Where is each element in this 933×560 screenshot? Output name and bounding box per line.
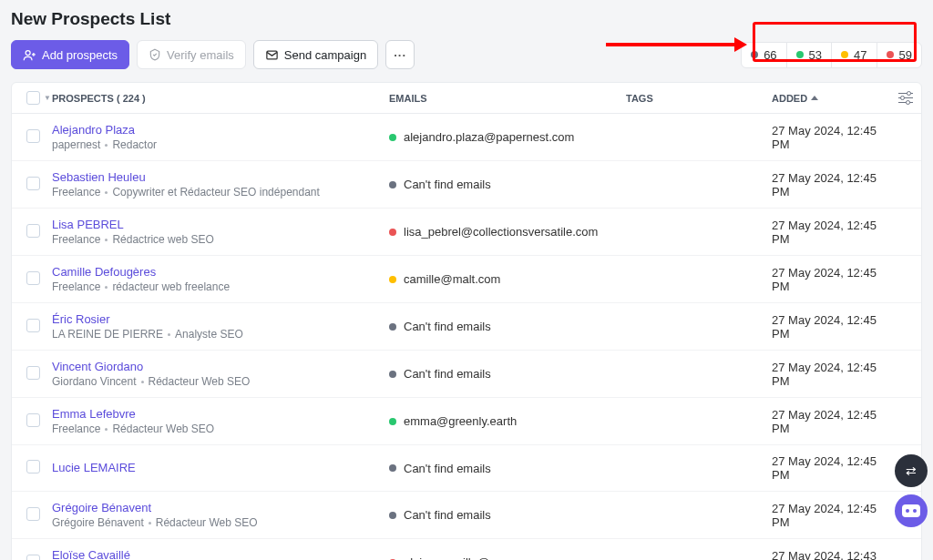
dot-green-icon (796, 51, 804, 58)
prospect-subtitle: FreelanceRédactrice web SEO (52, 233, 389, 246)
translate-icon: ⇄ (906, 463, 917, 478)
prospect-name-link[interactable]: Emma Lefebvre (52, 407, 389, 421)
table-row: Lucie LEMAIRECan't find emails27 May 202… (12, 445, 921, 492)
email-text: eloise.cavaille@neovapo.com (404, 555, 560, 560)
table-row: Lisa PEBRELFreelanceRédactrice web SEOli… (12, 209, 921, 256)
status-count-amber: 47 (854, 48, 866, 62)
translate-fab[interactable]: ⇄ (895, 454, 928, 487)
chevron-down-icon[interactable]: ▼ (44, 94, 51, 102)
th-prospects-label: PROSPECTS (52, 93, 114, 104)
table-row: Vincent GiordanoGiordano VincentRédacteu… (12, 351, 921, 398)
status-dot-icon (389, 229, 396, 236)
dot-red-icon (887, 51, 894, 58)
table-row: Eloïse CavailléNEOVAPORédacteur de conte… (12, 539, 921, 560)
status-pill-green[interactable]: 53 (786, 43, 831, 67)
row-checkbox[interactable] (26, 177, 40, 190)
status-count-green: 53 (809, 48, 822, 62)
prospect-name-link[interactable]: Sebastien Heuleu (52, 170, 389, 184)
status-pill-amber[interactable]: 47 (831, 43, 876, 67)
row-checkbox[interactable] (26, 555, 40, 561)
status-pill-grey[interactable]: 66 (742, 43, 785, 67)
th-prospects-count: ( 224 ) (117, 93, 146, 104)
prospect-name-link[interactable]: Eloïse Cavaillé (52, 548, 389, 560)
prospect-name-link[interactable]: Vincent Giordano (52, 360, 389, 373)
email-text: lisa_pebrel@collectionsversatile.com (404, 225, 598, 239)
prospect-name-link[interactable]: Grégoire Bénavent (52, 501, 389, 514)
th-added[interactable]: ADDED (772, 93, 890, 104)
added-cell: 27 May 2024, 12:45 PM (772, 124, 890, 151)
row-checkbox[interactable] (26, 366, 40, 380)
email-cell: Can't find emails (389, 178, 626, 191)
sort-asc-icon (811, 96, 818, 100)
row-checkbox[interactable] (26, 319, 40, 332)
email-text: Can't find emails (404, 462, 491, 475)
email-text: camille@malt.com (404, 272, 500, 286)
prospect-name-link[interactable]: Lisa PEBREL (52, 218, 389, 231)
more-actions-button[interactable]: ··· (385, 40, 415, 69)
table-row: Emma LefebvreFreelanceRédacteur Web SEOe… (12, 398, 921, 445)
prospect-name-link[interactable]: Éric Rosier (52, 312, 389, 326)
row-checkbox[interactable] (26, 271, 40, 285)
th-added-label: ADDED (772, 93, 807, 104)
row-checkbox[interactable] (26, 507, 40, 521)
status-dot-icon (389, 181, 396, 188)
prospect-subtitle: Grégoire BénaventRédacteur Web SEO (52, 516, 389, 529)
th-prospects[interactable]: PROSPECTS ( 224 ) (52, 93, 389, 104)
select-all-checkbox[interactable] (26, 91, 40, 105)
status-dot-icon (389, 371, 396, 378)
verify-emails-button[interactable]: Verify emails (137, 40, 246, 69)
add-prospects-label: Add prospects (42, 48, 118, 62)
bot-icon (902, 504, 920, 517)
status-dot-icon (389, 464, 396, 472)
prospect-name-link[interactable]: Camille Defougères (52, 265, 389, 279)
email-text: Can't find emails (404, 367, 491, 381)
dot-amber-icon (841, 51, 848, 58)
prospect-name-link[interactable]: Alejandro Plaza (52, 123, 389, 137)
email-text: Can't find emails (404, 508, 491, 522)
verify-icon (149, 48, 161, 61)
prospect-subtitle: FreelanceCopywriter et Rédacteur SEO ind… (52, 186, 389, 199)
th-tags[interactable]: TAGS (626, 93, 772, 104)
page-title: New Prospects List (11, 9, 922, 29)
status-dot-icon (389, 276, 396, 283)
added-cell: 27 May 2024, 12:45 PM (772, 171, 890, 199)
row-checkbox[interactable] (26, 224, 40, 238)
prospect-subtitle: papernestRedactor (52, 138, 389, 151)
row-checkbox[interactable] (26, 413, 40, 427)
added-cell: 27 May 2024, 12:45 PM (772, 502, 890, 529)
added-cell: 27 May 2024, 12:45 PM (772, 361, 890, 388)
email-cell: Can't find emails (389, 508, 626, 522)
status-pill-red[interactable]: 59 (877, 43, 921, 67)
svg-point-0 (26, 50, 30, 55)
prospect-name-link[interactable]: Lucie LEMAIRE (52, 461, 389, 474)
status-dot-icon (389, 512, 396, 519)
added-cell: 27 May 2024, 12:45 PM (772, 454, 890, 482)
email-cell: alejandro.plaza@papernest.com (389, 130, 626, 144)
email-text: emma@greenly.earth (404, 414, 517, 428)
table-row: Alejandro PlazapapernestRedactoralejandr… (12, 114, 921, 161)
prospect-subtitle: Giordano VincentRédacteur Web SEO (52, 375, 389, 388)
email-cell: lisa_pebrel@collectionsversatile.com (389, 225, 626, 239)
status-dot-icon (389, 134, 396, 141)
add-prospects-button[interactable]: Add prospects (11, 40, 129, 69)
sliders-icon[interactable] (898, 92, 913, 105)
th-emails[interactable]: EMAILS (389, 93, 626, 104)
status-dot-icon (389, 418, 396, 425)
table-row: Grégoire BénaventGrégoire BénaventRédact… (12, 492, 921, 539)
status-count-grey: 66 (764, 48, 776, 62)
email-cell: Can't find emails (389, 462, 626, 475)
row-checkbox[interactable] (26, 129, 40, 143)
prospect-subtitle: Freelancerédacteur web freelance (52, 280, 389, 293)
send-campaign-button[interactable]: Send campaign (253, 40, 378, 69)
added-cell: 27 May 2024, 12:45 PM (772, 219, 890, 246)
email-cell: Can't find emails (389, 320, 626, 333)
added-cell: 27 May 2024, 12:45 PM (772, 313, 890, 341)
table-row: Camille DefougèresFreelancerédacteur web… (12, 256, 921, 303)
prospect-subtitle: LA REINE DE PIERREAnalyste SEO (52, 328, 389, 341)
added-cell: 27 May 2024, 12:45 PM (772, 266, 890, 293)
row-checkbox[interactable] (26, 460, 40, 473)
chatbot-fab[interactable] (895, 494, 928, 527)
email-cell: camille@malt.com (389, 272, 626, 286)
email-text: alejandro.plaza@papernest.com (404, 130, 574, 144)
add-user-icon (23, 48, 36, 62)
